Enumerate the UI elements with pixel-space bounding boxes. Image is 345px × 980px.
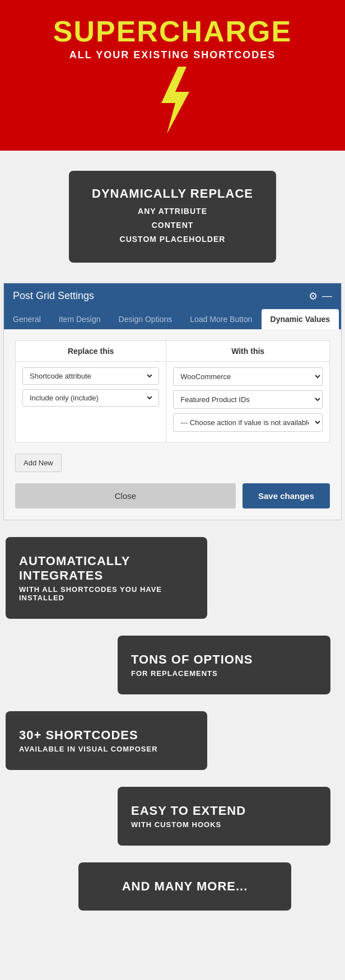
svg-marker-0	[161, 67, 189, 134]
feature-1-title: AUTOMATICALLY INTEGRATES	[19, 554, 194, 583]
tab-general[interactable]: General	[4, 309, 50, 329]
woocommerce-select[interactable]: WooCommerce	[173, 367, 323, 386]
features-section: AUTOMATICALLY INTEGRATES WITH ALL SHORTC…	[0, 520, 345, 944]
header-icons: ⚙ —	[309, 290, 332, 302]
feature-4-subtitle: WITH CUSTOM HOOKS	[131, 820, 317, 829]
save-button[interactable]: Save changes	[243, 483, 330, 508]
tab-design-options[interactable]: Design Options	[110, 309, 181, 329]
feature-2-title: TONS OF OPTIONS	[131, 652, 317, 667]
feature-4-title: EASY TO EXTEND	[131, 804, 317, 818]
replace-table: Replace this With this Shortcode attribu…	[15, 340, 330, 442]
left-selects-cell: Shortcode attribute Include only (includ…	[16, 361, 166, 442]
hero-subtitle: ALL YOUR EXISTING SHORTCODES	[11, 49, 334, 61]
lightning-icon	[150, 67, 195, 134]
right-selects-cell: WooCommerce Featured Product IDs --- Cho…	[166, 361, 330, 442]
panel-content: Replace this With this Shortcode attribu…	[4, 329, 341, 520]
featured-product-ids-select[interactable]: Featured Product IDs	[173, 390, 323, 409]
tabs-bar: General Item Design Design Options Load …	[4, 309, 341, 329]
feature-tons-options: TONS OF OPTIONS FOR REPLACEMENTS	[118, 636, 330, 694]
include-only-row: Include only (include)	[22, 389, 159, 407]
tab-load-more[interactable]: Load More Button	[181, 309, 261, 329]
tab-dynamic-values[interactable]: Dynamic Values	[262, 309, 339, 329]
col-header-replace: Replace this	[16, 340, 166, 361]
tab-item-design[interactable]: Item Design	[50, 309, 110, 329]
col-header-with: With this	[166, 340, 330, 361]
settings-title: Post Grid Settings	[13, 290, 94, 302]
feature-easy-extend: EASY TO EXTEND WITH CUSTOM HOOKS	[118, 787, 330, 846]
info-box: DYNAMICALLY REPLACE ANY ATTRIBUTE CONTEN…	[69, 171, 276, 263]
include-only-select[interactable]: Include only (include)	[27, 393, 154, 403]
action-buttons: Close Save changes	[15, 483, 330, 508]
hero-title: SUPERCHARGE	[11, 17, 334, 46]
feature-shortcodes: 30+ SHORTCODES AVAILABLE IN VISUAL COMPO…	[6, 711, 207, 770]
minimize-icon[interactable]: —	[322, 290, 332, 302]
choose-action-select[interactable]: --- Choose action if value is not availa…	[173, 413, 323, 432]
settings-header: Post Grid Settings ⚙ —	[4, 283, 341, 309]
hero-section: SUPERCHARGE ALL YOUR EXISTING SHORTCODES	[0, 0, 345, 151]
feature-5-title: AND MANY MORE...	[92, 879, 278, 894]
add-new-button[interactable]: Add New	[15, 454, 62, 472]
gear-icon[interactable]: ⚙	[309, 290, 318, 302]
feature-2-subtitle: FOR REPLACEMENTS	[131, 669, 317, 678]
close-button[interactable]: Close	[15, 483, 236, 508]
shortcode-attribute-select[interactable]: Shortcode attribute	[27, 371, 154, 381]
shortcode-attribute-row: Shortcode attribute	[22, 367, 159, 385]
feature-3-title: 30+ SHORTCODES	[19, 728, 194, 743]
feature-3-subtitle: AVAILABLE IN VISUAL COMPOSER	[19, 745, 194, 753]
info-box-lines: ANY ATTRIBUTE CONTENT CUSTOM PLACEHOLDER	[80, 204, 265, 247]
feature-1-subtitle: WITH ALL SHORTCODES YOU HAVE INSTALLED	[19, 585, 194, 602]
info-box-title: DYNAMICALLY REPLACE	[80, 186, 265, 201]
feature-many-more: AND MANY MORE...	[78, 862, 291, 911]
settings-panel: Post Grid Settings ⚙ — General Item Desi…	[3, 283, 342, 520]
feature-auto-integrates: AUTOMATICALLY INTEGRATES WITH ALL SHORTC…	[6, 537, 207, 619]
